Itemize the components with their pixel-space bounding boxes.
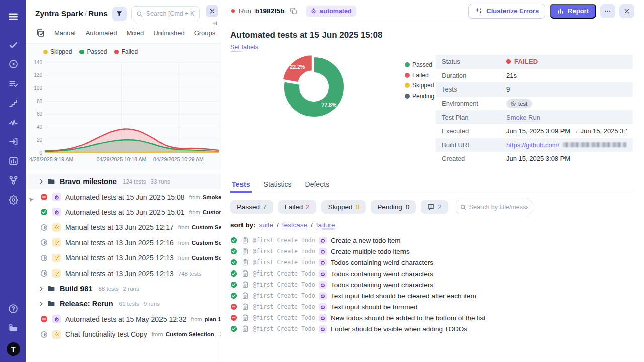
sparkles-icon bbox=[475, 7, 482, 15]
filter-icon bbox=[116, 10, 123, 17]
run-row[interactable]: Manual tests at 13 Jun 2025 12:13748 tes… bbox=[26, 265, 221, 281]
run-row[interactable]: Automated tests at 15 May 2025 12:32from… bbox=[26, 312, 221, 327]
chevron-right-icon[interactable] bbox=[38, 301, 44, 307]
sidebar-activity-button[interactable] bbox=[4, 113, 22, 131]
test-row[interactable]: @first Create Todos…Create multiple todo… bbox=[230, 246, 633, 257]
left-tab-automated[interactable]: Automated bbox=[86, 29, 117, 37]
filter-chip-pending[interactable]: Pending0 bbox=[371, 200, 416, 214]
folder-icon bbox=[47, 177, 55, 186]
run-row[interactable]: Chat functinality test CopyfromCustom Se… bbox=[26, 327, 221, 342]
test-title: New todos should be added to the bottom … bbox=[331, 314, 486, 322]
sidebar-import-button[interactable] bbox=[4, 133, 22, 151]
sidebar-folders-button[interactable] bbox=[4, 319, 22, 337]
clusterize-errors-button[interactable]: Clusterize Errors bbox=[468, 4, 545, 19]
detail-label: Created bbox=[442, 155, 506, 162]
breadcrumb-project[interactable]: Zyntra Spark bbox=[35, 9, 83, 18]
legend-item-passed: Passed bbox=[79, 48, 107, 55]
tab-statistics[interactable]: Statistics bbox=[262, 180, 293, 193]
sidebar-bar-chart-button[interactable] bbox=[4, 152, 22, 170]
sidebar-list-check-button[interactable] bbox=[4, 74, 22, 93]
set-labels-link[interactable]: Set labels bbox=[230, 44, 258, 51]
filter-chip-skipped[interactable]: Skipped0 bbox=[321, 200, 366, 214]
clusterize-errors-label: Clusterize Errors bbox=[486, 7, 539, 15]
chevron-right-icon[interactable] bbox=[38, 178, 44, 185]
sort-by-failure[interactable]: failure bbox=[316, 221, 335, 229]
sidebar-list-check-icon bbox=[9, 79, 18, 88]
select-all-icon[interactable] bbox=[36, 29, 45, 37]
left-tab-manual[interactable]: Manual bbox=[54, 29, 76, 37]
filter-chip-failed[interactable]: Failed2 bbox=[278, 200, 316, 214]
left-tab-groups[interactable]: Groups bbox=[194, 29, 216, 37]
status-progress-icon bbox=[40, 254, 48, 262]
filter-button[interactable] bbox=[112, 7, 127, 21]
test-suite: @first Create Todos… bbox=[253, 325, 315, 332]
test-row[interactable]: @first Create Todos…Todos containing wei… bbox=[230, 279, 633, 290]
folder-icon bbox=[47, 300, 55, 308]
report-button[interactable]: Report bbox=[550, 4, 596, 19]
test-row[interactable]: @first Create Todos…Text input should be… bbox=[230, 301, 633, 312]
sidebar-gear-button[interactable] bbox=[4, 191, 22, 209]
sidebar-play-circle-button[interactable] bbox=[4, 55, 22, 73]
run-row[interactable]: Manual tests at 13 Jun 2025 12:16fromCus… bbox=[26, 235, 221, 250]
robot-icon bbox=[319, 237, 327, 244]
ellipsis-icon bbox=[604, 8, 611, 15]
panel-close-button[interactable] bbox=[206, 5, 218, 17]
sidebar-help-button[interactable] bbox=[4, 300, 22, 318]
sort-by-testcase[interactable]: testcase bbox=[282, 221, 307, 229]
robot-icon bbox=[319, 314, 327, 322]
close-run-button[interactable] bbox=[619, 4, 634, 18]
chevron-right-icon[interactable] bbox=[38, 286, 44, 292]
status-progress-icon bbox=[40, 269, 48, 277]
tests-search-input[interactable] bbox=[469, 204, 528, 211]
tests-search-box[interactable] bbox=[456, 200, 532, 214]
run-row[interactable]: Automated tests at 15 Jun 2025 15:01from… bbox=[26, 205, 221, 220]
run-plan-name: Custom Selection bbox=[166, 331, 214, 337]
test-row[interactable]: @first Create Todos…Create a new todo it… bbox=[230, 235, 633, 246]
filter-chip-passed[interactable]: Passed7 bbox=[230, 200, 273, 214]
build-url-link[interactable]: https://github.com/ bbox=[506, 141, 559, 149]
runs-folder-row[interactable]: Bravo milestone124 tests33 runs bbox=[26, 174, 221, 189]
sidebar-check-button[interactable] bbox=[4, 36, 22, 54]
sidebar-steps-icon bbox=[9, 98, 18, 108]
runs-search-box[interactable] bbox=[131, 6, 200, 21]
run-row-title: Manual tests at 13 Jun 2025 12:13 bbox=[65, 254, 174, 262]
test-row[interactable]: @first Create Todos…Todos containing wei… bbox=[230, 268, 633, 279]
legend-label: Skipped bbox=[50, 48, 72, 55]
sidebar-check-icon bbox=[9, 40, 18, 50]
run-row[interactable]: Manual tests at 13 Jun 2025 12:13fromCus… bbox=[26, 250, 221, 265]
more-options-button[interactable] bbox=[600, 4, 615, 18]
test-row[interactable]: @first Create Todos…Text input field sho… bbox=[230, 290, 633, 301]
run-row[interactable]: Manual tests at 13 Jun 2025 12:17fromCus… bbox=[26, 220, 221, 235]
runs-search-input[interactable] bbox=[146, 10, 195, 17]
detail-row-environment: Environmenttest bbox=[436, 97, 633, 111]
sort-by-suite[interactable]: suite bbox=[259, 221, 274, 229]
copy-icon[interactable] bbox=[290, 7, 297, 15]
detail-row-status: StatusFAILED bbox=[436, 55, 633, 69]
confetti-icon bbox=[52, 238, 61, 247]
left-tab-unfinished[interactable]: Unfinished bbox=[153, 29, 184, 37]
app-logo[interactable]: T bbox=[7, 342, 20, 356]
tab-defects[interactable]: Defects bbox=[304, 180, 331, 193]
folder-name: Build 981 bbox=[60, 285, 92, 293]
test-title: Todos containing weird characters bbox=[331, 281, 433, 289]
tab-tests[interactable]: Tests bbox=[230, 180, 252, 193]
run-row[interactable]: Automated tests at 15 Jun 2025 15:08from… bbox=[26, 189, 221, 204]
panel-dock-button[interactable] bbox=[212, 19, 217, 28]
sidebar-branch-button[interactable] bbox=[4, 171, 22, 190]
svg-text:40: 40 bbox=[37, 124, 43, 130]
runs-folder-row[interactable]: Build 98188 tests2 runs bbox=[26, 281, 221, 296]
detail-row-tests: Tests9 bbox=[436, 82, 633, 97]
runs-folder-row[interactable]: Release: Rerun61 tests9 runs bbox=[26, 296, 221, 311]
test-row[interactable]: @first Create Todos…New todos should be … bbox=[230, 312, 633, 323]
run-detail-header: Run b1982f5b automated Clusterize Errors… bbox=[221, 0, 644, 22]
test-plan-link[interactable]: Smoke Run bbox=[506, 114, 540, 121]
environment-badge[interactable]: test bbox=[506, 99, 532, 108]
automated-badge[interactable]: automated bbox=[306, 6, 356, 17]
test-row[interactable]: @first Create Todos…Todos containing wei… bbox=[230, 257, 633, 268]
test-row[interactable]: @first Create Todos…Footer should be vis… bbox=[230, 323, 633, 334]
sidebar-steps-button[interactable] bbox=[4, 94, 22, 112]
run-tests-count: 37 tests bbox=[220, 331, 221, 337]
left-tab-mixed[interactable]: Mixed bbox=[127, 29, 144, 37]
filter-chip-comments[interactable]: 2 bbox=[421, 200, 448, 214]
sidebar-menu-button[interactable] bbox=[4, 8, 22, 26]
